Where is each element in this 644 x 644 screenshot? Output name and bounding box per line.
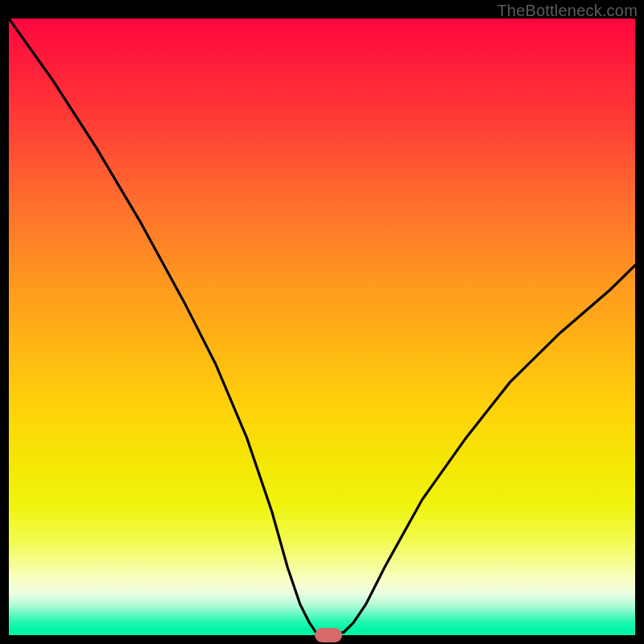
bottleneck-marker xyxy=(315,628,342,642)
curve-layer xyxy=(9,19,635,635)
plot-area xyxy=(9,19,635,635)
chart-stage: TheBottleneck.com xyxy=(0,0,644,644)
bottleneck-curve xyxy=(9,19,635,635)
watermark-text: TheBottleneck.com xyxy=(497,2,638,20)
